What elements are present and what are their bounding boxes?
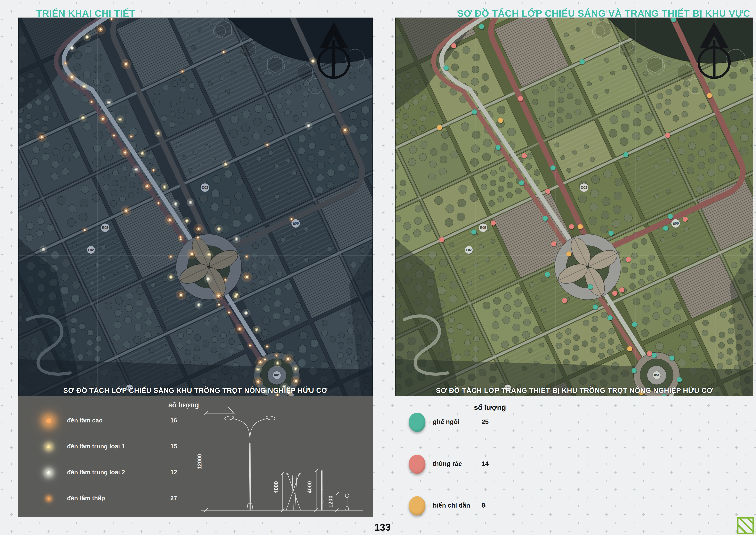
hatched-corner-icon	[737, 517, 754, 534]
bench-swatch	[409, 413, 425, 432]
equipment-legend-qty: 14	[481, 460, 489, 467]
svg-text:E02: E02	[466, 248, 472, 252]
plot-label-D03: D03	[201, 183, 209, 192]
svg-text:F01: F01	[654, 374, 660, 377]
plot-label-F01: F01	[653, 371, 661, 379]
plot-label-E02: E02	[87, 246, 95, 254]
dimension-4000-a: 4000	[273, 475, 279, 499]
equipment-legend-label: ghế ngồi	[433, 418, 459, 426]
lamp-post-elevation-drawings	[18, 396, 373, 517]
lighting-legend-panel: số lượng đèn tầm cao 16 đèn tầm trung lo…	[18, 396, 373, 517]
equipment-legend-header: số lượng	[474, 403, 526, 411]
equipment-legend-label: thùng rác	[433, 460, 462, 467]
equipment-legend-qty: 8	[481, 502, 485, 509]
dimension-1200: 1200	[328, 490, 334, 514]
plot-label-E05: E05	[479, 223, 488, 232]
equipment-legend-qty: 25	[481, 418, 489, 426]
plot-label-E02: E02	[465, 246, 473, 254]
svg-text:F01: F01	[274, 374, 280, 377]
equipment-map-art: D03E05E06E02F01F02	[395, 17, 753, 396]
plot-label-E06: E06	[671, 219, 680, 228]
dimension-12000: 12000	[197, 449, 203, 474]
page-title-left: TRIỂN KHAI CHI TIẾT	[36, 8, 135, 19]
lighting-layer-map: D03E05E06E02F01F02 SƠ ĐỒ TÁCH LỚP CHIẾU …	[18, 17, 373, 396]
lighting-map-caption: SƠ ĐỒ TÁCH LỚP CHIẾU SÁNG KHU TRỒNG TRỌT…	[18, 386, 373, 395]
svg-text:E02: E02	[88, 248, 94, 252]
svg-text:E05: E05	[102, 226, 108, 230]
svg-text:E06: E06	[293, 221, 299, 225]
plot-label-D03: D03	[580, 183, 588, 192]
signage-swatch	[409, 496, 425, 516]
svg-text:D03: D03	[202, 185, 208, 189]
svg-text:E06: E06	[672, 221, 679, 225]
page-title-right: SƠ ĐỒ TÁCH LỚP CHIẾU SÁNG VÀ TRANG THIẾT…	[457, 8, 750, 19]
plot-label-F01: F01	[273, 371, 281, 379]
page-number: 133	[364, 521, 401, 533]
plot-label-E05: E05	[101, 223, 109, 232]
svg-text:E05: E05	[480, 226, 486, 230]
equipment-map-caption: SƠ ĐỒ TÁCH LỚP TRANG THIẾT BỊ KHU TRỒNG …	[395, 386, 753, 395]
equipment-layer-map: D03E05E06E02F01F02 SƠ ĐỒ TÁCH LỚP TRANG …	[395, 17, 753, 396]
dimension-4000-b: 4000	[307, 475, 313, 499]
equipment-legend-label: biển chỉ dẫn	[433, 502, 470, 509]
svg-text:D03: D03	[581, 185, 587, 189]
presentation-sheet: ++++++++++++++++++++++++++++++++++++++++…	[0, 0, 756, 535]
lighting-map-art: D03E05E06E02F01F02	[18, 17, 373, 396]
trash-bin-swatch	[409, 455, 425, 474]
